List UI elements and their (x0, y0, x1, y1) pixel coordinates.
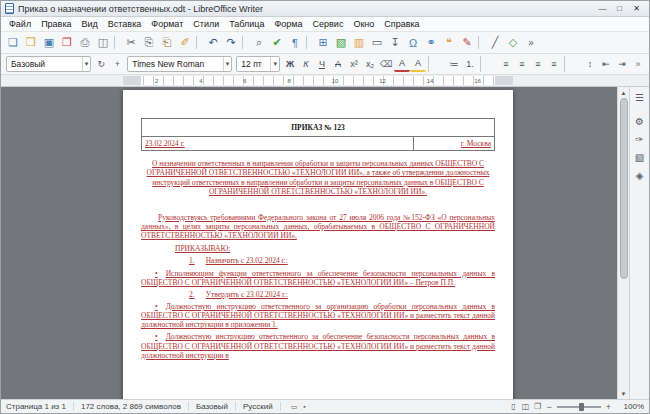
sidebar-gallery-tab[interactable]: ▧ (632, 149, 648, 165)
language-status[interactable]: Русский (243, 402, 273, 411)
toolbar-overflow-button[interactable]: » (630, 56, 646, 72)
menu-item[interactable]: Файл (4, 18, 36, 30)
open-button[interactable]: ❒ (22, 34, 40, 52)
clone-formatting-button[interactable]: ✐ (176, 34, 194, 52)
menu-item[interactable]: Окно (348, 18, 379, 30)
justify-button[interactable]: ≡ (546, 56, 562, 72)
zoom-slider[interactable] (557, 406, 601, 408)
undo-button[interactable]: ↶ (204, 34, 222, 52)
insert-hyperlink-button[interactable]: ⚭ (422, 34, 440, 52)
word-count-status[interactable]: 172 слова, 2 869 символов (81, 402, 181, 411)
view-single-page-button[interactable]: ▯ (507, 401, 519, 413)
font-color-button[interactable]: А (394, 56, 410, 72)
view-book-button[interactable]: ❐ (531, 401, 543, 413)
preamble-paragraph[interactable]: Руководствуясь требованиями Федерального… (141, 213, 495, 240)
zoom-level[interactable]: 100% (618, 402, 644, 411)
font-name-select[interactable]: Times New Roman ▾ (127, 56, 232, 72)
insert-image-button[interactable]: ▧ (332, 34, 350, 52)
document-modified-icon[interactable]: ▪ (303, 403, 305, 410)
align-right-button[interactable]: ≡ (530, 56, 546, 72)
menu-item[interactable]: Правка (36, 18, 76, 30)
menu-item[interactable]: Стили (188, 18, 224, 30)
selection-mode-icon[interactable]: ▭ (291, 403, 298, 411)
menu-item[interactable]: Вид (77, 18, 103, 30)
track-changes-button[interactable]: ✎ (458, 34, 476, 52)
clear-formatting-button[interactable]: ⌫ (378, 56, 394, 72)
highlight-color-button[interactable]: А (410, 56, 426, 72)
ruler-left-margin[interactable] (123, 76, 141, 85)
close-button[interactable]: ✕ (628, 3, 645, 15)
paragraph-style-select[interactable]: Базовый ▾ (6, 56, 91, 72)
insert-page-break-button[interactable]: ↧ (386, 34, 404, 52)
bullet-item-1[interactable]: •Исполняющим функции ответственного за о… (141, 269, 495, 287)
insert-special-char-button[interactable]: Ω (404, 34, 422, 52)
order-word-paragraph[interactable]: ПРИКАЗЫВАЮ: (141, 244, 495, 253)
menu-item[interactable]: Форма (270, 18, 308, 30)
ruler-right-margin[interactable] (495, 76, 513, 85)
numbered-item-2[interactable]: 2.Утвердить с 23.02.2024 г.: (141, 290, 495, 299)
copy-button[interactable]: ⎘ (140, 34, 158, 52)
insert-chart-button[interactable]: ▥ (350, 34, 368, 52)
order-date-cell[interactable]: 23.02.2024 г. (142, 137, 414, 151)
bold-button[interactable]: Ж (282, 56, 298, 72)
numbered-item-1[interactable]: 1.Назначить с 23.02.2024 г.: (141, 256, 495, 265)
export-pdf-button[interactable]: ❐ (58, 34, 76, 52)
update-style-button[interactable]: ↻ (93, 56, 109, 72)
redo-button[interactable]: ↷ (222, 34, 240, 52)
line-spacing-button[interactable]: ↕ (582, 56, 598, 72)
view-multi-page-button[interactable]: ◫ (519, 401, 531, 413)
sidebar-properties-tab[interactable]: ⚙ (632, 113, 648, 129)
menu-item[interactable]: Вставка (103, 18, 146, 30)
unordered-list-button[interactable]: ≔ (446, 56, 462, 72)
decrease-indent-button[interactable]: ⇤ (598, 56, 614, 72)
scroll-up-icon[interactable]: ▲ (618, 87, 629, 98)
subscript-button[interactable]: x₂ (362, 56, 378, 72)
print-button[interactable]: ⎙ (76, 34, 94, 52)
vertical-scrollbar[interactable]: ▲ ▼ (617, 87, 629, 399)
menu-item[interactable]: Таблица (224, 18, 269, 30)
print-preview-button[interactable]: ◫ (94, 34, 112, 52)
insert-table-button[interactable]: ⊞ (314, 34, 332, 52)
document-workspace[interactable]: ПРИКАЗ № 123 23.02.2024 г. г. Москва О н… (1, 87, 629, 399)
insert-textbox-button[interactable]: ▭ (368, 34, 386, 52)
scrollbar-thumb[interactable] (620, 98, 628, 279)
underline-button[interactable]: Ч (314, 56, 330, 72)
chevron-down-icon[interactable]: ▾ (270, 57, 279, 71)
insert-line-button[interactable]: ╱ (486, 34, 504, 52)
superscript-button[interactable]: x² (346, 56, 362, 72)
sidebar-settings-button[interactable]: ☰ (632, 89, 648, 105)
order-subject-paragraph[interactable]: О назначении ответственных в направлении… (141, 159, 495, 196)
order-city-cell[interactable]: г. Москва (413, 137, 494, 151)
sidebar-styles-tab[interactable]: ✑ (632, 131, 648, 147)
spelling-button[interactable]: ✔ (268, 34, 286, 52)
zoom-out-button[interactable]: − (546, 402, 551, 412)
bullet-item-3[interactable]: •Должностную инструкцию ответственного з… (141, 332, 495, 359)
insert-comment-button[interactable]: ❝ (440, 34, 458, 52)
align-center-button[interactable]: ≡ (514, 56, 530, 72)
font-size-select[interactable]: 12 пт ▾ (236, 56, 280, 72)
scroll-down-icon[interactable]: ▼ (618, 388, 629, 399)
maximize-button[interactable]: □ (611, 3, 628, 15)
new-style-button[interactable]: + (109, 56, 125, 72)
zoom-slider-thumb[interactable] (579, 403, 584, 411)
basic-shapes-button[interactable]: ◇ (504, 34, 522, 52)
minimize-button[interactable]: — (594, 3, 611, 15)
paste-button[interactable]: ⎗ (158, 34, 176, 52)
italic-button[interactable]: К (298, 56, 314, 72)
horizontal-ruler[interactable]: 246810121416 (1, 75, 649, 87)
find-replace-button[interactable]: ⌕ (250, 34, 268, 52)
page-style-status[interactable]: Базовый (196, 402, 228, 411)
menu-item[interactable]: Формат (146, 18, 188, 30)
sidebar-navigator-tab[interactable]: ◈ (632, 167, 648, 183)
menu-item[interactable]: Справка (379, 18, 424, 30)
menu-item[interactable]: Сервис (308, 18, 349, 30)
chevron-down-icon[interactable]: ▾ (82, 57, 91, 71)
page-count-status[interactable]: Страница 1 из 1 (6, 402, 66, 411)
strikethrough-button[interactable]: А (330, 56, 346, 72)
order-title-cell[interactable]: ПРИКАЗ № 123 (142, 119, 495, 137)
bullet-item-2[interactable]: •Должностную инструкцию ответственного з… (141, 302, 495, 329)
ordered-list-button[interactable]: 1. (462, 56, 478, 72)
order-header-table[interactable]: ПРИКАЗ № 123 23.02.2024 г. г. Москва (141, 118, 495, 151)
save-button[interactable]: ▣ (40, 34, 58, 52)
chevron-down-icon[interactable]: ▾ (223, 57, 232, 71)
